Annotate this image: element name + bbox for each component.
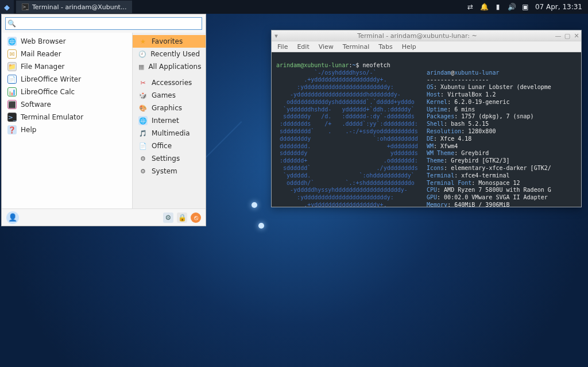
- favorite-item[interactable]: ❓Help: [2, 123, 132, 136]
- notification-icon[interactable]: 🔔: [480, 3, 488, 11]
- favorites-list: 🌐Web Browser✉Mail Reader📁File Manager📄Li…: [2, 33, 132, 208]
- favorite-item[interactable]: 📄LibreOffice Writer: [2, 73, 132, 86]
- clock-icon: 🕘: [138, 49, 146, 59]
- writer-icon: 📄: [7, 75, 17, 84]
- window-titlebar[interactable]: ▾ Terminal - arindam@xubuntu-lunar: ~ — …: [272, 30, 581, 41]
- category-item[interactable]: 🕘Recently Used: [133, 48, 206, 60]
- search-icon: 🔍: [7, 20, 16, 28]
- favorite-item[interactable]: 📊LibreOffice Calc: [2, 86, 132, 98]
- clock[interactable]: 07 Apr, 13:31: [535, 3, 582, 11]
- neofetch-info: arindam@xubuntu-lunar ------------------…: [427, 69, 577, 207]
- favorite-label: Mail Reader: [21, 50, 61, 58]
- user-avatar[interactable]: 👤: [6, 211, 19, 224]
- star-icon: ★: [138, 37, 148, 46]
- category-item[interactable]: 📄Office: [133, 140, 206, 152]
- logout-button[interactable]: ⎋: [191, 213, 201, 223]
- menu-view[interactable]: View: [319, 43, 334, 51]
- terminal-icon: >_: [22, 3, 29, 10]
- category-label: System: [152, 167, 177, 175]
- acc-icon: ✂: [138, 78, 148, 87]
- favorite-label: Help: [21, 126, 36, 134]
- sync-icon[interactable]: ⇄: [466, 3, 474, 11]
- category-label: Accessories: [152, 79, 192, 87]
- network-icon[interactable]: ▣: [521, 3, 529, 11]
- menu-file[interactable]: File: [277, 43, 288, 51]
- wallpaper-dot: [252, 202, 257, 208]
- category-item[interactable]: ★Favorites: [133, 35, 206, 48]
- application-menu: 🔍 🌐Web Browser✉Mail Reader📁File Manager📄…: [1, 14, 206, 226]
- favorite-item[interactable]: >_Terminal Emulator: [2, 111, 132, 123]
- favorite-label: Terminal Emulator: [21, 113, 83, 121]
- volume-icon[interactable]: 🔊: [508, 3, 516, 11]
- favorite-label: Software: [21, 101, 51, 109]
- favorite-item[interactable]: 📁File Manager: [2, 60, 132, 73]
- lock-button[interactable]: 🔒: [177, 213, 187, 223]
- wallpaper-dot: [258, 223, 264, 229]
- taskbar-item-terminal[interactable]: >_ Terminal - arindam@Xubunt...: [16, 1, 132, 13]
- terminal-menubar: FileEditViewTerminalTabsHelp: [272, 41, 581, 52]
- minimize-button[interactable]: —: [554, 32, 563, 40]
- category-item[interactable]: 🎵Multimedia: [133, 127, 206, 140]
- term-icon: >_: [7, 113, 17, 122]
- category-item[interactable]: ⚙Settings: [133, 152, 206, 165]
- favorite-label: Web Browser: [21, 37, 66, 45]
- terminal-body[interactable]: arindam@xubuntu-lunar:~$ neofetch `-/osy…: [272, 52, 581, 207]
- globe-icon: 🌐: [7, 37, 17, 46]
- favorite-label: LibreOffice Calc: [21, 88, 75, 96]
- grid-icon: ▦: [138, 62, 144, 71]
- category-label: Office: [152, 142, 172, 150]
- favorite-item[interactable]: ⬛Software: [2, 98, 132, 111]
- prompt-user: arindam@xubuntu-lunar: [276, 62, 349, 68]
- category-item[interactable]: 🎲Games: [133, 89, 206, 102]
- category-item[interactable]: 🌐Internet: [133, 114, 206, 127]
- net-icon: 🌐: [138, 116, 148, 125]
- category-label: All Applications: [148, 63, 201, 71]
- gfx-icon: 🎨: [138, 103, 148, 113]
- off-icon: 📄: [138, 141, 148, 150]
- calc-icon: 📊: [7, 87, 17, 96]
- category-label: Internet: [152, 117, 179, 125]
- system-tray: ⇄ 🔔 ▮ 🔊 ▣ 07 Apr, 13:31: [461, 3, 588, 11]
- terminal-window: ▾ Terminal - arindam@xubuntu-lunar: ~ — …: [271, 30, 582, 207]
- menu-search-row: 🔍: [2, 14, 206, 33]
- folder-icon: 📁: [7, 62, 17, 71]
- neofetch-ascii: `-/osyhddddhyso/-` .+ydddddddddddddddddd…: [276, 69, 427, 207]
- top-panel: ◆ >_ Terminal - arindam@Xubunt... ⇄ 🔔 ▮ …: [0, 0, 588, 14]
- battery-icon[interactable]: ▮: [494, 3, 502, 11]
- maximize-button[interactable]: ▢: [563, 32, 572, 40]
- whisker-menu-button[interactable]: ◆: [0, 0, 14, 14]
- mail-icon: ✉: [7, 49, 17, 59]
- category-label: Recently Used: [150, 50, 200, 58]
- favorite-label: File Manager: [21, 63, 65, 71]
- sw-icon: ⬛: [7, 100, 17, 109]
- category-item[interactable]: ✂Accessories: [133, 76, 206, 89]
- close-button[interactable]: ✕: [572, 32, 581, 40]
- set-icon: ⚙: [138, 154, 148, 163]
- games-icon: 🎲: [138, 91, 148, 100]
- category-list: ★Favorites🕘Recently Used▦All Application…: [132, 33, 206, 208]
- category-label: Multimedia: [152, 129, 190, 137]
- favorite-item[interactable]: ✉Mail Reader: [2, 48, 132, 60]
- menu-help[interactable]: Help: [402, 43, 416, 51]
- category-label: Games: [152, 91, 176, 99]
- taskbar-item-label: Terminal - arindam@Xubunt...: [32, 3, 126, 11]
- settings-button[interactable]: ⚙: [163, 213, 173, 223]
- category-item[interactable]: ▦All Applications: [133, 60, 206, 73]
- menu-search-input[interactable]: [5, 17, 202, 30]
- command: neofetch: [363, 62, 390, 68]
- menu-terminal[interactable]: Terminal: [343, 43, 370, 51]
- category-item[interactable]: ⚙System: [133, 165, 206, 177]
- help-icon: ❓: [7, 125, 17, 134]
- category-label: Favorites: [152, 37, 183, 45]
- favorite-label: LibreOffice Writer: [21, 75, 81, 83]
- sys-icon: ⚙: [138, 167, 148, 176]
- category-item[interactable]: 🎨Graphics: [133, 102, 206, 114]
- menu-edit[interactable]: Edit: [297, 43, 309, 51]
- window-menu-icon[interactable]: ▾: [272, 32, 281, 40]
- category-label: Graphics: [152, 104, 182, 112]
- window-title: Terminal - arindam@xubuntu-lunar: ~: [281, 32, 554, 40]
- menu-footer: 👤 ⚙ 🔒 ⎋: [2, 208, 206, 226]
- favorite-item[interactable]: 🌐Web Browser: [2, 35, 132, 48]
- menu-tabs[interactable]: Tabs: [378, 43, 392, 51]
- category-label: Settings: [152, 154, 180, 163]
